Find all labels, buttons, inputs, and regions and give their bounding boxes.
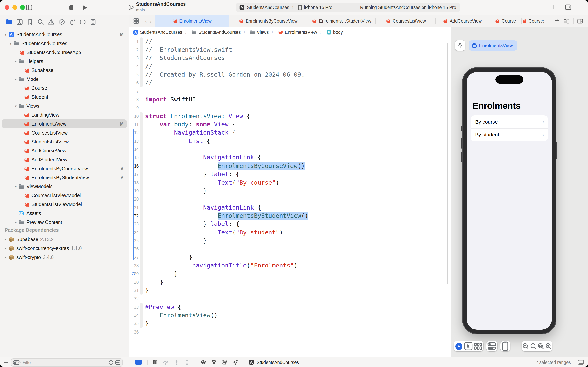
- disclosure-chevron-icon[interactable]: ▸: [3, 255, 8, 259]
- breadcrumb-item[interactable]: StudentsAndCourses: [140, 30, 182, 35]
- sidebar-item-course[interactable]: Course: [0, 83, 129, 92]
- adjust-editor-options-icon[interactable]: [554, 18, 560, 24]
- code-fold-ribbon[interactable]: [140, 261, 143, 270]
- add-toolbar-button[interactable]: [551, 4, 557, 10]
- sidebar-item-helpers[interactable]: ▾Helpers: [0, 57, 129, 66]
- preview-target-chip[interactable]: EnrolmentsView: [469, 41, 517, 50]
- run-button[interactable]: [82, 5, 88, 10]
- tab-Course[interactable]: Course: [488, 15, 522, 27]
- stop-button[interactable]: [68, 5, 74, 10]
- go-forward-button[interactable]: ›: [150, 18, 152, 24]
- disclosure-chevron-icon[interactable]: ▾: [8, 42, 13, 45]
- code-fold-ribbon[interactable]: [140, 253, 143, 261]
- debug-navigator-icon[interactable]: [68, 18, 76, 25]
- code-fold-ribbon[interactable]: [140, 270, 143, 278]
- code-fold-ribbon[interactable]: [140, 220, 143, 228]
- tab-EnrolmentsByCourseView[interactable]: EnrolmentsByCourseView: [229, 15, 307, 27]
- code-fold-ribbon[interactable]: [140, 145, 143, 154]
- breakpoints-navigator-icon[interactable]: [79, 18, 86, 25]
- package-item-Supabase[interactable]: ▸Supabase2.13.2: [0, 235, 129, 244]
- breadcrumb-item[interactable]: EnrolmentsView: [285, 30, 317, 35]
- zoom-to-fit-icon[interactable]: [537, 341, 545, 351]
- sidebar-item-preview-content[interactable]: ▸Preview Content: [0, 218, 129, 227]
- pin-preview-button[interactable]: [455, 41, 465, 50]
- jump-bar-breadcrumb[interactable]: StudentsAndCourses〉StudentsAndCourses〉Vi…: [129, 27, 451, 37]
- code-fold-ribbon[interactable]: [140, 294, 143, 303]
- code-fold-ribbon[interactable]: [140, 228, 143, 237]
- code-fold-ribbon[interactable]: [140, 95, 143, 104]
- go-back-button[interactable]: ‹: [145, 18, 147, 24]
- environment-overrides-icon[interactable]: [222, 359, 227, 365]
- zoom-window-button[interactable]: [20, 5, 25, 10]
- code-fold-ribbon[interactable]: [140, 203, 143, 212]
- sidebar-item-studentslistview[interactable]: StudentsListView: [0, 137, 129, 146]
- code-fold-ribbon[interactable]: [140, 129, 143, 137]
- add-editor-icon[interactable]: [577, 18, 583, 24]
- find-navigator-icon[interactable]: [37, 18, 44, 25]
- reports-navigator-icon[interactable]: [89, 18, 97, 25]
- sidebar-item-enrolmentsbystudentview[interactable]: EnrolmentsByStudentViewA: [0, 173, 129, 182]
- package-item-swift-crypto[interactable]: ▸swift-crypto3.4.0: [0, 253, 129, 262]
- tab-AddCourseView[interactable]: AddCourseView: [436, 15, 488, 27]
- source-code-editor[interactable]: 1//2// EnrolmentsView.swift3// StudentsA…: [129, 37, 451, 357]
- sidebar-item-landingview[interactable]: LandingView: [0, 110, 129, 119]
- source-control-navigator-icon[interactable]: [16, 18, 23, 25]
- code-fold-ribbon[interactable]: [140, 71, 143, 79]
- sidebar-item-courseslistviewmodel[interactable]: CoursesListViewModel: [0, 191, 129, 200]
- device-settings-button[interactable]: [487, 341, 497, 351]
- sidebar-item-studentsandcourses[interactable]: ▾StudentsAndCourses: [0, 39, 129, 48]
- code-fold-ribbon[interactable]: [140, 104, 143, 112]
- disclosure-chevron-icon[interactable]: ▾: [3, 33, 8, 36]
- recent-files-icon[interactable]: [109, 360, 114, 365]
- running-app-entry[interactable]: StudentsAndCourses: [249, 359, 299, 365]
- code-fold-ribbon[interactable]: [140, 37, 143, 46]
- zoom-actual-size-icon[interactable]: 1: [529, 341, 537, 351]
- related-items-icon[interactable]: [133, 18, 139, 24]
- editor-scrollbar[interactable]: [447, 43, 448, 284]
- sidebar-item-model[interactable]: ▾Model: [0, 75, 129, 83]
- bookmarks-navigator-icon[interactable]: [26, 18, 34, 25]
- memory-graph-icon[interactable]: [211, 359, 217, 365]
- code-fold-ribbon[interactable]: [140, 311, 143, 320]
- view-debugger-icon[interactable]: [200, 359, 206, 365]
- disclosure-chevron-icon[interactable]: ▸: [3, 246, 8, 250]
- code-fold-ribbon[interactable]: [140, 162, 143, 170]
- project-navigator-navigator-icon[interactable]: [5, 18, 13, 25]
- code-fold-ribbon[interactable]: [140, 319, 143, 328]
- code-fold-ribbon[interactable]: [140, 237, 143, 245]
- code-fold-ribbon[interactable]: [140, 79, 143, 87]
- sidebar-item-studentsandcoursesapp[interactable]: StudentsAndCoursesApp: [0, 48, 129, 57]
- code-fold-ribbon[interactable]: [140, 62, 143, 71]
- code-fold-ribbon[interactable]: [140, 170, 143, 178]
- navigation-link-row[interactable]: By course›: [470, 116, 548, 128]
- code-fold-ribbon[interactable]: [140, 154, 143, 162]
- code-fold-ribbon[interactable]: [140, 211, 143, 220]
- sidebar-item-views[interactable]: ▾Views: [0, 101, 129, 110]
- code-fold-ribbon[interactable]: [140, 46, 143, 54]
- close-window-button[interactable]: [5, 5, 9, 10]
- code-fold-ribbon[interactable]: [140, 137, 143, 145]
- code-fold-ribbon[interactable]: [140, 303, 143, 311]
- code-fold-ribbon[interactable]: [140, 54, 143, 62]
- disclosure-chevron-icon[interactable]: ▾: [13, 184, 18, 188]
- add-file-button[interactable]: [3, 360, 8, 365]
- issues-navigator-icon[interactable]: [47, 18, 55, 25]
- editor-layout-icon[interactable]: [563, 18, 570, 24]
- live-preview-button[interactable]: [454, 341, 463, 351]
- disclosure-chevron-icon[interactable]: ▾: [13, 104, 18, 108]
- tests-navigator-icon[interactable]: [58, 18, 65, 25]
- code-fold-ribbon[interactable]: [140, 120, 143, 129]
- variants-mode-icon[interactable]: [473, 341, 483, 351]
- canvas-toggle-indicator[interactable]: [134, 360, 142, 365]
- package-item-swift-concurrency-extras[interactable]: ▸swift-concurrency-extras1.1.0: [0, 244, 129, 253]
- code-fold-ribbon[interactable]: [140, 87, 143, 95]
- sidebar-item-courseslistview[interactable]: CoursesListView: [0, 128, 129, 137]
- navigation-link-row[interactable]: By student›: [470, 128, 548, 141]
- sidebar-item-supabase[interactable]: Supabase: [0, 66, 129, 75]
- disclosure-chevron-icon[interactable]: ▾: [13, 77, 18, 81]
- sidebar-item-enrolmentsview[interactable]: EnrolmentsViewM: [0, 119, 129, 128]
- selectable-mode-icon[interactable]: [463, 341, 473, 351]
- zoom-in-icon[interactable]: [545, 341, 552, 351]
- disclosure-chevron-icon[interactable]: ▸: [13, 220, 18, 224]
- sidebar-item-studentsandcourses[interactable]: ▾StudentsAndCoursesM: [0, 30, 129, 39]
